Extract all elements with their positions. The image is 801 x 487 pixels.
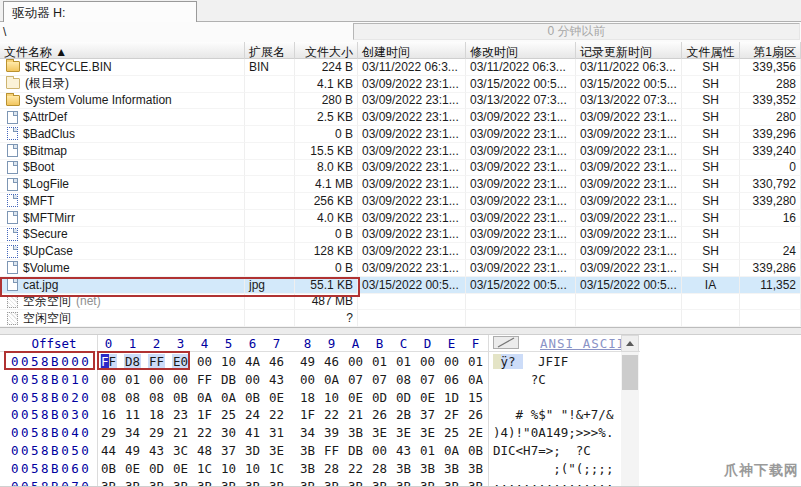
table-row[interactable]: $Boot8.0 KB03/09/2022 23:1...03/09/2022 … <box>0 160 801 177</box>
hex-ascii[interactable] <box>493 390 613 405</box>
hex-byte[interactable]: 23 <box>172 407 189 422</box>
hex-byte[interactable]: 22 <box>323 407 340 422</box>
hex-byte[interactable]: 22 <box>347 461 364 476</box>
hex-byte[interactable]: 3B <box>419 479 436 487</box>
hex-byte[interactable]: 0A <box>443 443 460 458</box>
hex-byte[interactable]: 00 <box>148 372 165 387</box>
hex-byte[interactable]: 3B <box>220 479 237 487</box>
hex-offset[interactable]: 0058B050 <box>11 443 97 458</box>
table-row[interactable]: 空余空间(net)487 MB <box>0 294 801 311</box>
hex-byte[interactable]: 44 <box>100 443 117 458</box>
hex-byte[interactable]: 3B <box>419 461 436 476</box>
table-row[interactable]: System Volume Information280 B03/09/2022… <box>0 93 801 110</box>
hex-byte[interactable]: 25 <box>443 425 460 440</box>
hex-byte[interactable]: 0B <box>172 390 189 405</box>
hex-byte[interactable]: 16 <box>100 407 117 422</box>
hex-byte[interactable]: 3E <box>371 425 388 440</box>
hex-byte[interactable]: 24 <box>244 407 261 422</box>
hex-byte[interactable]: 0E <box>268 390 285 405</box>
header-cell-6[interactable]: 文件属性 <box>682 42 740 59</box>
hex-byte[interactable]: 0B <box>244 390 261 405</box>
hex-offset[interactable]: 0058B070 <box>11 479 97 487</box>
hex-byte[interactable]: 43 <box>148 443 165 458</box>
hex-byte[interactable]: 01 <box>124 372 141 387</box>
hex-byte[interactable]: 0D <box>148 461 165 476</box>
hex-byte[interactable]: 0D <box>371 390 388 405</box>
hex-byte[interactable]: 08 <box>395 372 412 387</box>
hex-byte[interactable]: 3B <box>443 479 460 487</box>
hex-byte[interactable]: 3B <box>323 479 340 487</box>
hex-byte[interactable]: FF <box>100 354 117 369</box>
hex-byte[interactable]: 00 <box>347 354 364 369</box>
hex-byte[interactable]: 01 <box>467 354 484 369</box>
table-row[interactable]: $RECYCLE.BINBIN224 B03/11/2022 06:3...03… <box>0 59 801 76</box>
hex-ascii[interactable]: # %$" "!&+7/& <box>493 407 613 422</box>
hex-byte[interactable]: 01 <box>419 443 436 458</box>
hex-byte[interactable]: 41 <box>244 425 261 440</box>
hex-offset[interactable]: 0058B000 <box>11 354 97 369</box>
hex-byte[interactable]: 3B <box>244 479 261 487</box>
hex-ascii[interactable]: ?C <box>493 372 613 387</box>
hex-byte[interactable]: DB <box>347 443 364 458</box>
hex-ascii[interactable]: ;("(;;;; <box>493 461 613 476</box>
hex-offset[interactable]: 0058B060 <box>11 461 97 476</box>
hex-byte[interactable]: 0E <box>172 461 189 476</box>
hex-byte[interactable]: 00 <box>196 354 213 369</box>
hex-byte[interactable]: 0E <box>419 390 436 405</box>
scroll-up-button[interactable] <box>621 335 639 352</box>
hex-byte[interactable]: 3B <box>371 479 388 487</box>
hex-byte[interactable]: 3B <box>347 479 364 487</box>
hex-byte[interactable]: 21 <box>347 407 364 422</box>
hex-ascii[interactable]: )4)!"0A149;>>>%. <box>493 425 613 440</box>
hex-byte[interactable]: 18 <box>299 390 316 405</box>
table-row[interactable]: $AttrDef2.5 KB03/09/2022 23:1...03/09/20… <box>0 109 801 126</box>
hex-byte[interactable]: 1C <box>196 461 213 476</box>
table-row[interactable]: $Bitmap15.5 KB03/09/2022 23:1...03/09/20… <box>0 143 801 160</box>
hex-byte[interactable]: 22 <box>196 425 213 440</box>
hex-ascii[interactable]: ;;;;;;;;;;;;;;;; <box>493 479 613 487</box>
hex-byte[interactable]: 1D <box>443 390 460 405</box>
hex-byte[interactable]: 07 <box>347 372 364 387</box>
table-row[interactable]: $BadClus0 B03/09/2022 23:1...03/09/2022 … <box>0 126 801 143</box>
header-cell-4[interactable]: 修改时间 <box>466 42 576 59</box>
hex-byte[interactable]: 1F <box>196 407 213 422</box>
hex-scrollbar[interactable] <box>621 335 639 487</box>
hex-byte[interactable]: 3B <box>148 479 165 487</box>
hex-byte[interactable]: 2E <box>467 425 484 440</box>
hex-byte[interactable]: 2F <box>443 407 460 422</box>
scrollbar-thumb[interactable] <box>622 355 638 390</box>
hex-byte[interactable]: 0A <box>323 372 340 387</box>
hex-byte[interactable]: 00 <box>299 372 316 387</box>
hex-byte[interactable]: 10 <box>244 461 261 476</box>
hex-byte[interactable]: 01 <box>371 354 388 369</box>
hex-byte[interactable]: 00 <box>443 354 460 369</box>
hex-byte[interactable]: 43 <box>395 443 412 458</box>
hex-byte[interactable]: 00 <box>419 354 436 369</box>
hex-byte[interactable]: 3B <box>124 479 141 487</box>
hex-byte[interactable]: 0E <box>347 390 364 405</box>
hex-byte[interactable]: 29 <box>100 425 117 440</box>
hex-byte[interactable]: 3B <box>196 479 213 487</box>
tab-drive-h[interactable]: 驱动器 H: <box>3 1 197 22</box>
hex-byte[interactable]: 1C <box>268 461 285 476</box>
hex-byte[interactable]: FF <box>148 354 165 369</box>
hex-byte[interactable]: 46 <box>268 354 285 369</box>
hex-byte[interactable]: 2B <box>395 407 412 422</box>
hex-byte[interactable]: D8 <box>124 354 141 369</box>
table-row[interactable]: $UpCase128 KB03/09/2022 23:1...03/09/202… <box>0 243 801 260</box>
hex-byte[interactable]: 10 <box>220 461 237 476</box>
hex-byte[interactable]: 26 <box>371 407 388 422</box>
hex-byte[interactable]: 08 <box>100 390 117 405</box>
hex-byte[interactable]: 28 <box>371 461 388 476</box>
hex-byte[interactable]: 37 <box>419 407 436 422</box>
hex-byte[interactable]: 34 <box>124 425 141 440</box>
table-row[interactable]: $Secure0 B03/09/2022 23:1...03/09/2022 2… <box>0 227 801 244</box>
hex-byte[interactable]: 11 <box>124 407 141 422</box>
hex-byte[interactable]: 31 <box>268 425 285 440</box>
hex-byte[interactable]: 3B <box>395 461 412 476</box>
hex-byte[interactable]: 18 <box>148 407 165 422</box>
hex-byte[interactable]: 0B <box>467 443 484 458</box>
hex-byte[interactable]: 3B <box>268 479 285 487</box>
hex-byte[interactable]: 49 <box>299 354 316 369</box>
header-cell-2[interactable]: 文件大小 <box>295 42 358 59</box>
